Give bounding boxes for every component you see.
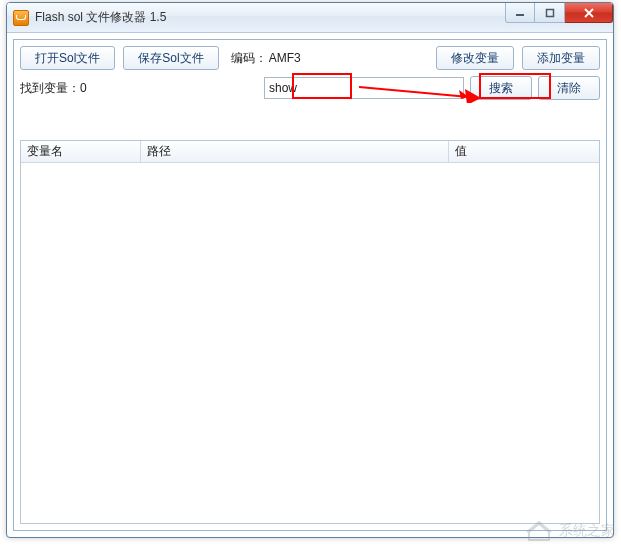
clear-button[interactable]: 清除 <box>538 76 600 100</box>
table-body[interactable] <box>21 163 599 523</box>
titlebar[interactable]: Flash sol 文件修改器 1.5 <box>7 3 613 33</box>
col-path[interactable]: 路径 <box>141 141 449 162</box>
close-button[interactable] <box>565 3 613 23</box>
app-window: Flash sol 文件修改器 1.5 打开Sol文件 保存Sol文件 编码：A… <box>6 2 614 538</box>
search-input-wrap <box>264 77 464 99</box>
modify-var-button[interactable]: 修改变量 <box>436 46 514 70</box>
table-header: 变量名 路径 值 <box>21 141 599 163</box>
window-title: Flash sol 文件修改器 1.5 <box>35 9 166 26</box>
add-var-button[interactable]: 添加变量 <box>522 46 600 70</box>
minimize-icon <box>515 8 525 18</box>
maximize-button[interactable] <box>535 3 565 23</box>
client-area: 打开Sol文件 保存Sol文件 编码：AMF3 修改变量 添加变量 找到变量：0… <box>13 39 607 531</box>
maximize-icon <box>545 8 555 18</box>
col-value[interactable]: 值 <box>449 141 599 162</box>
main-toolbar: 打开Sol文件 保存Sol文件 编码：AMF3 修改变量 添加变量 <box>14 40 606 74</box>
minimize-button[interactable] <box>505 3 535 23</box>
open-sol-button[interactable]: 打开Sol文件 <box>20 46 115 70</box>
window-controls <box>505 3 613 23</box>
col-var-name[interactable]: 变量名 <box>21 141 141 162</box>
close-icon <box>583 8 595 18</box>
svg-rect-1 <box>546 9 553 16</box>
app-icon <box>13 10 29 26</box>
search-input[interactable] <box>265 78 463 98</box>
save-sol-button[interactable]: 保存Sol文件 <box>123 46 218 70</box>
search-button[interactable]: 搜索 <box>470 76 532 100</box>
search-toolbar: 找到变量：0 搜索 清除 <box>14 74 606 108</box>
found-label: 找到变量：0 <box>20 80 87 97</box>
results-table: 变量名 路径 值 <box>20 140 600 524</box>
encoding-label: 编码：AMF3 <box>231 50 301 67</box>
found-count: 0 <box>80 81 87 95</box>
